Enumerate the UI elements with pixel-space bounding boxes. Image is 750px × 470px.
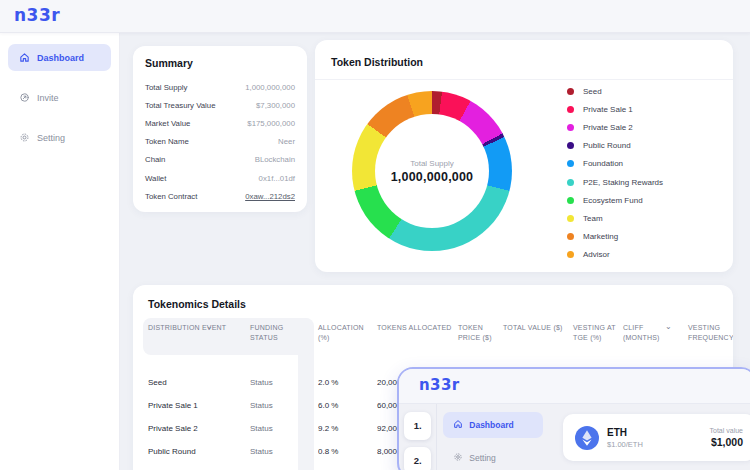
eth-balance-card[interactable]: ETH $1.00/ETH Total value $1,000	[563, 414, 750, 461]
summary-value-link[interactable]: 0xaw...212ds2	[245, 192, 295, 201]
legend-label: Advisor	[583, 250, 610, 259]
legend-item: Private Sale 1	[567, 100, 663, 118]
overlay-step-badges: 1.2.	[399, 404, 437, 470]
summary-label: Token Contract	[145, 192, 197, 201]
legend-dot	[567, 197, 574, 204]
summary-card: Summary Total Supply1,000,000,000Total T…	[133, 46, 307, 212]
summary-row: Market Value$175,000,000	[145, 114, 295, 132]
cell-distribution-event: Public Round	[148, 447, 250, 456]
column-header[interactable]: TOKEN PRICE ($)	[458, 323, 503, 343]
top-bar: n33r	[0, 0, 750, 33]
step-badge-1: 1.	[404, 412, 431, 440]
tokenomics-title: Tokenomics Details	[133, 285, 733, 310]
overlay-sidebar-item-dashboard[interactable]: Dashboard	[443, 412, 543, 438]
chart-legend: SeedPrivate Sale 1Private Sale 2Public R…	[567, 82, 663, 264]
legend-label: Private Sale 1	[583, 105, 633, 114]
cell-allocation: 9.2 %	[318, 424, 377, 433]
summary-row: Token Contract0xaw...212ds2	[145, 187, 295, 205]
app-window: n33r DashboardInviteSetting Summary Tota…	[0, 0, 750, 470]
overlay-sidebar: DashboardSetting	[437, 404, 549, 470]
cell-funding-status: Status	[250, 447, 318, 456]
summary-row: ChainBLockchain	[145, 151, 295, 169]
legend-label: Foundation	[583, 159, 623, 168]
cell-distribution-event: Seed	[148, 378, 250, 387]
eth-total-label: Total value	[710, 427, 743, 434]
donut-center-value: 1,000,000,000	[391, 170, 474, 184]
summary-label: Token Name	[145, 137, 189, 146]
overlay-header: n33r	[399, 369, 750, 404]
legend-dot	[567, 160, 574, 167]
column-header[interactable]: ALLOCATION (%)	[318, 323, 377, 343]
summary-label: Total Treasury Value	[145, 101, 216, 110]
ethereum-icon	[575, 426, 599, 450]
summary-rows: Total Supply1,000,000,000Total Treasury …	[145, 78, 295, 205]
column-header[interactable]: FUNDING STATUS	[250, 323, 318, 343]
table-header-row: DISTRIBUTION EVENT⌄FUNDING STATUSALLOCAT…	[148, 323, 733, 343]
legend-item: Team	[567, 209, 663, 227]
cell-distribution-event: Private Sale 1	[148, 401, 250, 410]
sidebar-item-invite[interactable]: Invite	[8, 84, 111, 111]
column-header[interactable]: VESTING FREQUENCY	[688, 323, 733, 343]
sidebar-item-label: Setting	[37, 133, 65, 143]
legend-dot	[567, 88, 574, 95]
summary-value: Neer	[278, 137, 295, 146]
token-distribution-title: Token Distribution	[315, 40, 733, 80]
cell-allocation: 2.0 %	[318, 378, 377, 387]
legend-item: Public Round	[567, 137, 663, 155]
chevron-down-icon[interactable]: ⌄	[206, 321, 213, 332]
summary-label: Chain	[145, 155, 165, 164]
column-header[interactable]: TOTAL VALUE ($)	[503, 323, 573, 343]
legend-label: P2E, Staking Rewards	[583, 178, 663, 187]
invite-icon	[19, 92, 30, 103]
gear-icon	[453, 452, 463, 464]
summary-value: 0x1f...01df	[259, 174, 295, 183]
sidebar-item-setting[interactable]: Setting	[8, 124, 111, 151]
gear-icon	[19, 132, 30, 143]
legend-label: Ecosystem Fund	[583, 196, 643, 205]
donut-center-text: Total Supply 1,000,000,000	[352, 91, 512, 251]
legend-label: Team	[583, 214, 603, 223]
legend-dot	[567, 251, 574, 258]
tutorial-overlay: n33r 1.2. DashboardSetting ETH $1.00/ETH…	[397, 367, 750, 470]
chevron-down-icon[interactable]: ⌄	[665, 321, 672, 332]
summary-value: 1,000,000,000	[245, 83, 295, 92]
cell-funding-status: Status	[250, 378, 318, 387]
summary-title: Summary	[145, 57, 295, 69]
column-header[interactable]: VESTING AT TGE (%)	[573, 323, 623, 343]
token-distribution-card: Token Distribution Total Supply 1,000,00…	[315, 40, 733, 272]
column-header[interactable]: DISTRIBUTION EVENT⌄	[148, 323, 250, 343]
cell-allocation: 0.8 %	[318, 447, 377, 456]
legend-dot	[567, 233, 574, 240]
home-icon	[19, 52, 30, 63]
eth-total-value: $1,000	[710, 436, 743, 448]
legend-label: Marketing	[583, 232, 618, 241]
summary-row: Total Supply1,000,000,000	[145, 78, 295, 96]
sidebar-item-label: Invite	[37, 93, 59, 103]
cell-allocation: 6.0 %	[318, 401, 377, 410]
column-header[interactable]: CLIFF (MONTHS)⌄	[623, 323, 688, 343]
summary-label: Total Supply	[145, 83, 187, 92]
sidebar-item-label: Dashboard	[37, 53, 84, 63]
sidebar-item-dashboard[interactable]: Dashboard	[8, 44, 111, 71]
legend-label: Private Sale 2	[583, 123, 633, 132]
legend-dot	[567, 124, 574, 131]
overlay-sidebar-item-setting[interactable]: Setting	[443, 445, 543, 470]
summary-row: Token NameNeer	[145, 133, 295, 151]
legend-dot	[567, 106, 574, 113]
summary-label: Wallet	[145, 174, 166, 183]
overlay-main: ETH $1.00/ETH Total value $1,000	[549, 404, 750, 470]
legend-item: P2E, Staking Rewards	[567, 173, 663, 191]
legend-item: Ecosystem Fund	[567, 191, 663, 209]
summary-value: $175,000,000	[247, 119, 295, 128]
summary-value: $7,300,000	[256, 101, 295, 110]
cell-funding-status: Status	[250, 401, 318, 410]
step-badge-2: 2.	[404, 447, 431, 470]
column-header[interactable]: TOKENS ALLOCATED	[377, 323, 458, 343]
legend-item: Private Sale 2	[567, 118, 663, 136]
home-icon	[453, 419, 463, 431]
overlay-sidebar-item-label: Setting	[469, 453, 495, 463]
legend-dot	[567, 142, 574, 149]
legend-item: Advisor	[567, 246, 663, 264]
sidebar: DashboardInviteSetting	[0, 32, 120, 470]
summary-row: Wallet0x1f...01df	[145, 169, 295, 187]
